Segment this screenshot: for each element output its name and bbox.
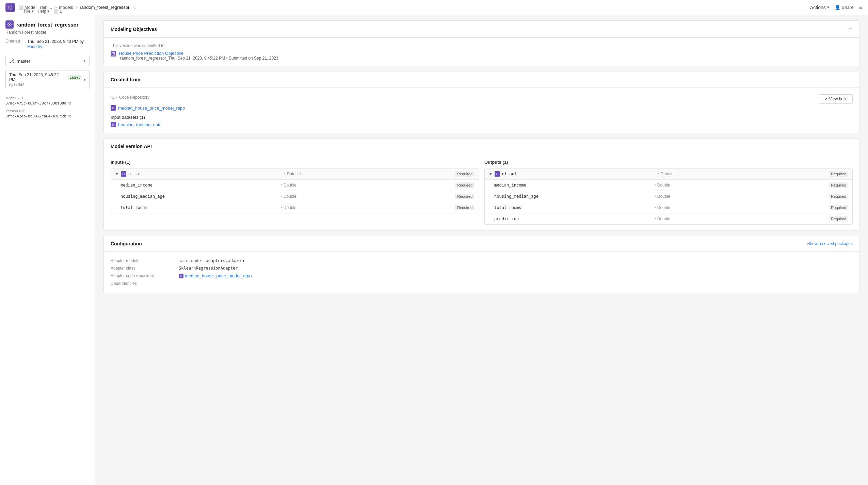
repo-link[interactable]: ⊞ median_house_price_model_repo <box>111 105 853 111</box>
field-housing-median-age: housing_median_age <box>120 194 279 199</box>
app-icon: ⬡ <box>5 3 15 12</box>
star-icon[interactable]: ☆ <box>133 5 137 10</box>
actions-button[interactable]: Actions ▾ <box>810 5 829 10</box>
dataset-type-icon: ⊟ <box>121 171 126 177</box>
out-required-prediction: Required <box>829 216 848 222</box>
objective-row: House Price Prediction Objective random_… <box>111 51 853 61</box>
out-required-total-rooms: Required <box>829 205 848 210</box>
foundry-link[interactable]: Foundry <box>27 44 42 49</box>
model-rid-label: Model RID <box>5 96 90 100</box>
file-menu: File ▾ Help ▾ ⬜ 1 <box>24 9 62 14</box>
modeling-objectives-body: This version was submitted to: House Pri… <box>104 38 859 66</box>
table-row: ▼ ⊟ df_out • Dataset Required <box>485 168 852 180</box>
field-required-total-rooms: Required <box>455 205 475 210</box>
actions-chevron-icon: ▾ <box>827 5 829 10</box>
outputs-title: Outputs (1) <box>484 160 853 165</box>
code-bracket-icon: </> <box>111 95 117 100</box>
objective-icon <box>111 51 116 56</box>
file-menu-help[interactable]: Help ▾ <box>38 9 49 14</box>
output-type-df-out: Dataset <box>661 172 675 176</box>
view-build-button[interactable]: ↗ View build <box>819 94 853 104</box>
modeling-objectives-header: Modeling Objectives + <box>104 21 859 38</box>
main-layout: random_forest_regressor Random Forest Mo… <box>0 15 868 485</box>
modeling-objectives-card: Modeling Objectives + This version was s… <box>103 20 860 66</box>
model-rid-row: Model RID 87ac-475c-80af-39c77338f88a ⧉ <box>5 96 90 106</box>
model-version-api-card: Model version API Inputs (1) ▼ ⊟ df_in <box>103 139 860 230</box>
svg-point-1 <box>9 24 10 25</box>
menu-icon[interactable]: ≡ <box>859 4 863 11</box>
field-total-rooms: total_rooms <box>120 205 279 210</box>
branch-icon: ⎇ <box>9 58 15 64</box>
breadcrumb-sep2: > <box>75 5 78 10</box>
objective-details: House Price Prediction Objective random_… <box>119 51 278 61</box>
input-required-df-in: Required <box>455 171 475 177</box>
topbar: ⬡ ⬜ Model Traini... > models > random_fo… <box>0 0 868 15</box>
model-type: Random Forest Model <box>5 30 90 35</box>
add-objective-icon[interactable]: + <box>849 26 853 33</box>
config-adapter-class: Adapter class SklearnRegressionAdapter <box>111 264 853 272</box>
dataset-link[interactable]: ⊟ housing_training_data <box>111 122 853 127</box>
table-row: prediction • Double Required <box>485 213 852 224</box>
model-rid-value: 87ac-475c-80af-39c77338f88a <box>5 101 66 106</box>
configuration-card: Configuration Show resolved packages Ada… <box>103 236 860 293</box>
version-rid-label: Version RID <box>5 109 90 113</box>
copy-version-rid-icon[interactable]: ⧉ <box>68 114 71 118</box>
out-type-median-income: Double <box>657 183 670 188</box>
field-type-median-income: Double <box>284 183 296 188</box>
output-dataset-icon: ⊟ <box>495 171 500 177</box>
out-type-prediction: Double <box>657 216 670 221</box>
user-icon: 👤 <box>835 5 840 10</box>
model-version-api-title: Model version API <box>111 144 152 149</box>
field-median-income: median_income <box>120 183 279 188</box>
field-required-housing-median-age: Required <box>455 194 475 199</box>
objective-link[interactable]: House Price Prediction Objective <box>119 51 278 56</box>
version-chevron-icon: ▾ <box>84 78 86 82</box>
show-resolved-link[interactable]: Show resolved packages <box>807 241 853 246</box>
breadcrumb-current: random_forest_regressor <box>80 5 129 10</box>
table-row: ▼ ⊟ df_in • Dataset Required <box>111 168 479 180</box>
input-type-df-in: Dataset <box>287 172 301 176</box>
topbar-right: Actions ▾ 👤 Share ≡ <box>810 4 863 11</box>
modeling-objectives-title: Modeling Objectives <box>111 27 157 32</box>
created-from-header: Created from <box>104 72 859 87</box>
table-row: total_rooms • Double Required <box>485 202 852 213</box>
configuration-title: Configuration <box>111 241 142 246</box>
outputs-section: Outputs (1) ▼ ⊟ df_out • Dataset Require… <box>484 160 853 225</box>
configuration-header: Configuration Show resolved packages <box>104 236 859 252</box>
branch-selector[interactable]: ⎇ master ▾ <box>5 56 90 66</box>
inputs-title: Inputs (1) <box>111 160 479 165</box>
copy-model-rid-icon[interactable]: ⧉ <box>68 101 71 106</box>
output-required-df-out: Required <box>829 171 848 177</box>
config-repo-icon: ⊞ <box>179 274 183 278</box>
inputs-table: ▼ ⊟ df_in • Dataset Required median_inco… <box>111 168 479 213</box>
repo-link-row: ⊞ median_house_price_model_repo <box>111 105 853 111</box>
objective-type-icon <box>111 51 116 56</box>
output-name-df-out: df_out <box>502 172 656 176</box>
sidebar-meta: Created Thu, Sep 21, 2023, 9:43 PM by Fo… <box>5 39 90 50</box>
file-menu-badge[interactable]: ⬜ 1 <box>53 9 62 14</box>
out-field-total-rooms: total_rooms <box>494 205 653 210</box>
out-required-median-income: Required <box>829 182 848 188</box>
out-type-total-rooms: Double <box>657 205 670 210</box>
submitted-text: This version was submitted to: <box>111 43 853 48</box>
model-version-api-header: Model version API <box>104 139 859 154</box>
inputs-section: Inputs (1) ▼ ⊟ df_in • Dataset Required <box>111 160 479 225</box>
out-type-housing-median-age: Double <box>657 194 670 199</box>
out-field-prediction: prediction <box>494 216 653 221</box>
config-repo-link[interactable]: ⊞ median_house_price_model_repo <box>179 273 252 278</box>
created-from-title: Created from <box>111 77 140 82</box>
model-name: random_forest_regressor <box>16 22 79 28</box>
expand-icon[interactable]: ▼ <box>115 172 119 176</box>
version-info: Thu, Sep 21, 2023, 9:45:22 PM Latest by … <box>9 72 82 87</box>
created-from-body: </> Code Repository ↗ View build ⊞ media… <box>104 87 859 133</box>
file-menu-file[interactable]: File ▾ <box>24 9 34 14</box>
model-version-api-body: Inputs (1) ▼ ⊟ df_in • Dataset Required <box>104 154 859 230</box>
sidebar: random_forest_regressor Random Forest Mo… <box>0 15 95 485</box>
expand-output-icon[interactable]: ▼ <box>489 172 493 176</box>
config-adapter-module: Adapter module main.model_adapters.adapt… <box>111 257 853 264</box>
version-selector[interactable]: Thu, Sep 21, 2023, 9:45:22 PM Latest by … <box>5 70 90 89</box>
share-button[interactable]: 👤 Share <box>835 5 854 10</box>
table-row: median_income • Double Required <box>111 180 479 191</box>
sidebar-title: random_forest_regressor <box>5 20 90 29</box>
api-grid: Inputs (1) ▼ ⊟ df_in • Dataset Required <box>111 160 853 225</box>
